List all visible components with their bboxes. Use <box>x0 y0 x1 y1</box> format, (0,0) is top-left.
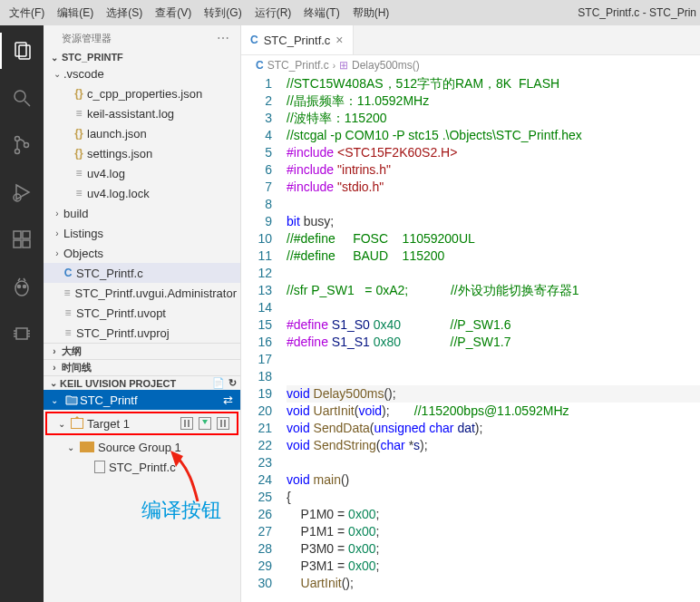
window-title: STC_Printf.c - STC_Prin <box>578 6 696 19</box>
svg-rect-12 <box>23 231 30 238</box>
activity-chip-icon[interactable] <box>0 316 44 352</box>
svg-rect-18 <box>16 328 27 339</box>
explorer-project-header[interactable]: ⌄ STC_PRINTF <box>44 51 240 63</box>
menu-goto[interactable]: 转到(G) <box>199 4 247 23</box>
activity-extensions[interactable] <box>0 221 44 257</box>
explorer-title: 资源管理器 <box>62 32 112 45</box>
document-icon <box>94 461 105 473</box>
sidebar: 资源管理器 ⋯ ⌄ STC_PRINTF ⌄.vscode {}c_cpp_pr… <box>44 25 241 602</box>
close-tab-icon[interactable]: × <box>335 33 343 47</box>
folder-listings[interactable]: ›Listings <box>44 223 240 243</box>
keil-build-button[interactable] <box>180 417 193 430</box>
menu-terminal[interactable]: 终端(T) <box>298 4 345 23</box>
folder-objects[interactable]: ›Objects <box>44 243 240 263</box>
explorer-more-icon[interactable]: ⋯ <box>217 31 229 45</box>
keil-add-icon[interactable]: 📄 <box>212 377 225 389</box>
target-icon <box>71 418 83 429</box>
folder-icon <box>80 442 94 452</box>
activity-scm[interactable] <box>0 127 44 163</box>
keil-download-button[interactable] <box>199 417 211 430</box>
c-file-icon: C <box>256 59 264 72</box>
file-ccpp-json[interactable]: {}c_cpp_properties.json <box>44 83 240 103</box>
menu-edit[interactable]: 编辑(E) <box>52 4 99 23</box>
keil-project-row[interactable]: ⌄ STC_Printf ⇄ <box>44 390 240 410</box>
svg-rect-10 <box>14 240 21 248</box>
activity-explorer[interactable] <box>0 33 44 69</box>
menu-help[interactable]: 帮助(H) <box>347 4 395 23</box>
svg-point-14 <box>18 286 21 288</box>
svg-line-16 <box>18 278 20 281</box>
annotation-label: 编译按钮 <box>141 497 221 524</box>
symbol-icon: ⊞ <box>339 59 348 72</box>
keil-source-group[interactable]: ⌄ Source Group 1 <box>44 437 240 457</box>
activity-platformio-icon[interactable] <box>0 268 44 305</box>
code-editor[interactable]: 1234567891011121314151617181920212223242… <box>241 75 700 602</box>
keil-target-row[interactable]: ⌄ Target 1 <box>47 413 237 433</box>
svg-line-3 <box>24 101 30 106</box>
file-tree: ⌄.vscode {}c_cpp_properties.json ≡keil-a… <box>44 63 240 343</box>
svg-line-17 <box>24 278 25 281</box>
svg-marker-7 <box>16 185 29 199</box>
file-uv4-log[interactable]: ≡uv4.log <box>44 163 240 183</box>
outline-section[interactable]: ›大纲 <box>44 343 240 359</box>
svg-point-15 <box>24 286 26 288</box>
keil-sync-icon[interactable]: ⇄ <box>223 393 233 407</box>
menu-file[interactable]: 文件(F) <box>4 4 50 23</box>
file-keil-log[interactable]: ≡keil-assistant.log <box>44 103 240 123</box>
keil-rebuild-button[interactable] <box>217 417 229 430</box>
keil-target-highlight-box: ⌄ Target 1 <box>45 412 238 435</box>
folder-icon <box>63 394 80 405</box>
activity-debug[interactable] <box>0 174 44 210</box>
svg-point-4 <box>15 137 20 141</box>
folder-build[interactable]: ›build <box>44 203 240 223</box>
file-uvgui[interactable]: ≡STC_Printf.uvgui.Administrator <box>44 283 240 303</box>
editor-group: C STC_Printf.c × C STC_Printf.c › ⊞ Dela… <box>241 25 700 602</box>
file-uvproj[interactable]: ≡STC_Printf.uvproj <box>44 323 240 343</box>
menu-select[interactable]: 选择(S) <box>101 4 148 23</box>
activity-search[interactable] <box>0 80 44 116</box>
svg-point-2 <box>15 91 25 102</box>
menu-run[interactable]: 运行(R) <box>249 4 297 23</box>
activity-bar <box>0 25 44 602</box>
editor-tab[interactable]: C STC_Printf.c × <box>241 25 354 54</box>
keil-section-header[interactable]: ⌄ KEIL UVISION PROJECT 📄 ↻ <box>44 375 240 390</box>
svg-point-13 <box>15 281 28 296</box>
c-file-icon: C <box>250 34 258 46</box>
file-launch-json[interactable]: {}launch.json <box>44 123 240 143</box>
file-uvopt[interactable]: ≡STC_Printf.uvopt <box>44 303 240 323</box>
timeline-section[interactable]: ›时间线 <box>44 359 240 375</box>
keil-source-file[interactable]: STC_Printf.c <box>44 457 240 477</box>
breadcrumb[interactable]: C STC_Printf.c › ⊞ Delay500ms() <box>241 55 700 75</box>
file-uv4-lock[interactable]: ≡uv4.log.lock <box>44 183 240 203</box>
chevron-down-icon: ⌄ <box>47 53 62 63</box>
editor-tabs: C STC_Printf.c × <box>241 25 700 55</box>
menu-view[interactable]: 查看(V) <box>150 4 197 23</box>
file-stc-printf-c[interactable]: CSTC_Printf.c <box>44 263 240 283</box>
svg-point-5 <box>15 150 20 154</box>
keil-refresh-icon[interactable]: ↻ <box>228 377 237 389</box>
svg-rect-9 <box>14 231 21 238</box>
file-settings-json[interactable]: {}settings.json <box>44 143 240 163</box>
folder-vscode[interactable]: ⌄.vscode <box>44 63 240 83</box>
svg-rect-11 <box>23 240 30 248</box>
